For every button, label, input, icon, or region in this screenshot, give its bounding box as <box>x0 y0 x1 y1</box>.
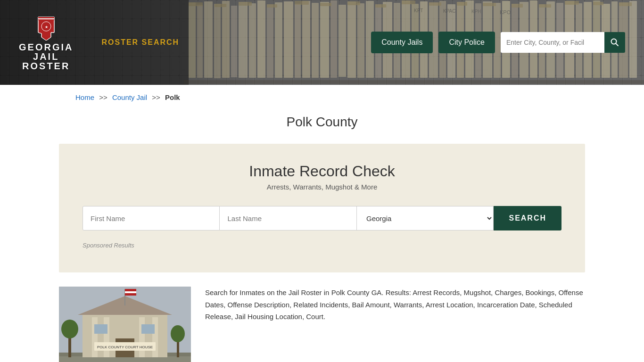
roster-search-nav[interactable]: ROSTER SEARCH <box>101 38 179 47</box>
svg-rect-100 <box>125 291 136 293</box>
svg-text:★: ★ <box>44 25 48 29</box>
header-search-input[interactable] <box>501 32 604 53</box>
page-title: Polk County <box>0 115 644 130</box>
svg-rect-80 <box>38 17 54 18</box>
svg-rect-95 <box>94 324 107 334</box>
record-check-section: Inmate Record Check Arrests, Warrants, M… <box>59 144 585 272</box>
first-name-input[interactable] <box>83 206 220 230</box>
svg-point-107 <box>171 325 185 342</box>
search-icon <box>611 38 619 47</box>
bottom-section: POLK COUNTY COURT HOUSE Search for Inmat… <box>0 272 644 362</box>
svg-rect-93 <box>152 317 158 357</box>
record-check-title: Inmate Record Check <box>83 163 561 180</box>
svg-rect-91 <box>104 317 109 357</box>
site-logo[interactable]: ★ GEORGIA JAIL ROSTER <box>19 15 73 71</box>
record-check-form: AlabamaAlaskaArizonaArkansasCaliforniaCo… <box>83 206 561 230</box>
logo-line1: GEORGIA <box>19 42 73 52</box>
record-search-button[interactable]: SEARCH <box>494 206 561 230</box>
georgia-seal-icon: ★ <box>34 15 58 41</box>
county-image: POLK COUNTY COURT HOUSE <box>59 287 191 362</box>
svg-rect-82 <box>38 19 54 20</box>
svg-rect-92 <box>139 317 145 357</box>
city-police-button[interactable]: City Police <box>438 32 495 53</box>
svg-rect-96 <box>141 324 155 334</box>
svg-rect-99 <box>125 289 136 291</box>
breadcrumb: Home >> County Jail >> Polk <box>0 85 644 110</box>
courthouse-image: POLK COUNTY COURT HOUSE <box>59 287 191 362</box>
description-text: Search for Inmates on the Jail Roster in… <box>205 287 585 323</box>
breadcrumb-current: Polk <box>165 93 180 101</box>
state-select[interactable]: AlabamaAlaskaArizonaArkansasCaliforniaCo… <box>357 206 494 230</box>
logo-line2: JAIL <box>33 52 59 61</box>
header-search-bar <box>501 32 625 53</box>
svg-text:POLK COUNTY COURT HOUSE: POLK COUNTY COURT HOUSE <box>97 345 153 349</box>
breadcrumb-home[interactable]: Home <box>75 93 94 101</box>
breadcrumb-separator1: >> <box>99 93 107 101</box>
logo-line3: ROSTER <box>22 61 70 71</box>
header-search-button[interactable] <box>604 32 625 53</box>
svg-rect-90 <box>92 317 98 357</box>
last-name-input[interactable] <box>220 206 356 230</box>
svg-line-84 <box>616 43 618 46</box>
breadcrumb-county-jail[interactable]: County Jail <box>112 93 147 101</box>
svg-point-105 <box>61 320 78 338</box>
breadcrumb-separator2: >> <box>152 93 160 101</box>
record-check-subtitle: Arrests, Warrants, Mugshot & More <box>83 183 561 191</box>
svg-rect-101 <box>125 293 136 296</box>
header-right: County Jails City Police <box>371 32 625 53</box>
sponsored-results-label: Sponsored Results <box>83 242 561 249</box>
svg-rect-81 <box>38 18 54 19</box>
site-header: KPO KPH KPAC KPT ★ GEORGIA <box>0 0 644 85</box>
county-jails-button[interactable]: County Jails <box>371 32 433 53</box>
